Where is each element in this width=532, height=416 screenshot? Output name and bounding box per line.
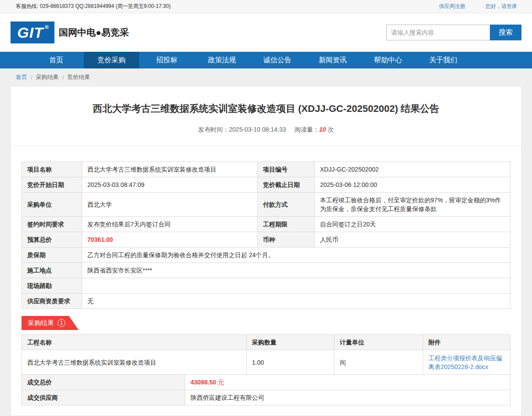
detail-label: 施工地点 (22, 263, 82, 278)
nav-item-integrity-notices[interactable]: 诚信公告 (250, 52, 305, 68)
table-row: 施工地点 陕西省西安市长安区**** (22, 263, 510, 278)
nav-item-help-center[interactable]: 帮助中心 (360, 52, 416, 68)
detail-value: 自合同签订之日20天 (315, 217, 510, 232)
attachment-download-link[interactable]: 工程类分项报价表及响应偏离表20250228-2.docx (428, 355, 502, 370)
table-row: 预算总价 70361.00 币种 人民币 (22, 232, 510, 247)
views-unit: 次 (327, 126, 334, 133)
deal-summary-table: 成交总价 43098.50 元 成交供应商 陕西侨富建设工程有限公司 (22, 374, 510, 405)
detail-label: 项目编号 (258, 162, 315, 177)
nav-item-tenders[interactable]: 招投标 (139, 52, 194, 68)
table-row: 成交供应商 陕西侨富建设工程有限公司 (22, 390, 510, 405)
registered-trademark-icon: ® (45, 24, 49, 30)
deal-total-unit: 元 (218, 379, 224, 386)
detail-value (82, 278, 510, 294)
detail-label: 现场踏勘 (22, 278, 82, 294)
detail-label: 付款方式 (258, 193, 315, 217)
breadcrumb-separator: / (62, 74, 64, 81)
views-label: 阅读量： (295, 126, 319, 133)
table-header-row: 工程名称 采购数量 计量单位 附件 (22, 335, 510, 350)
deal-supplier-label: 成交供应商 (22, 390, 185, 405)
detail-label: 预算总价 (22, 232, 82, 247)
column-header-attachment: 附件 (423, 335, 510, 350)
table-row: 签约时间要求 发布竞价结果后7天内签订合同 工程期限 自合同签订之日20天 (22, 217, 510, 232)
detail-label: 供应商资质要求 (22, 294, 82, 309)
detail-value: 2025-03-06 12:00:00 (315, 177, 510, 193)
detail-value: 本工程竣工验收合格后，付至审定价款的97%，留审定金额的3%作为质保金，质保金支… (315, 193, 510, 217)
column-header-project-name: 工程名称 (22, 335, 247, 350)
table-row: 竞价开始日期 2025-03-03 08:47:09 竞价截止日期 2025-0… (22, 177, 510, 193)
nav-item-news[interactable]: 新闻资讯 (305, 52, 360, 68)
table-row: 供应商资质要求 无 (22, 294, 510, 309)
breadcrumb-home-link[interactable]: 首页 (16, 73, 27, 81)
login-link[interactable]: 您好，请登录 (485, 3, 517, 10)
detail-label: 质保期 (22, 247, 82, 263)
table-row: 采购单位 西北大学 付款方式 本工程竣工验收合格后，付至审定价款的97%，留审定… (22, 193, 510, 217)
detail-value: 陕西省西安市长安区**** (82, 263, 510, 278)
table-row: 项目名称 西北大学考古三维数据系统实训室装修改造项目 项目编号 XDJJ-GC-… (22, 162, 510, 177)
deal-supplier-name: 陕西侨富建设工程有限公司 (185, 390, 510, 405)
nav-item-policies[interactable]: 政策法规 (194, 52, 250, 68)
top-utility-bar: 客服热线: 029-86618373 QQ:2881944994 (周一至周五9… (0, 0, 532, 13)
detail-value: 西北大学考古三维数据系统实训室装修改造项目 (82, 162, 258, 177)
breadcrumb-bidding-results: 竞价结果 (67, 73, 90, 81)
topbar-links: 供应商注册 您好，请登录 (439, 3, 517, 10)
project-detail-table: 项目名称 西北大学考古三维数据系统实训室装修改造项目 项目编号 XDJJ-GC-… (22, 161, 510, 309)
supplier-register-link[interactable]: 供应商注册 (439, 3, 465, 10)
detail-value: 西北大学 (82, 193, 258, 217)
page-title: 西北大学考古三维数据系统实训室装修改造项目 (XDJJ-GC-202502002… (22, 102, 510, 115)
detail-value: 无 (82, 294, 510, 309)
deal-total-value: 43098.50 (191, 379, 216, 386)
search-input[interactable] (386, 25, 490, 40)
breadcrumb: 首页 / 采购结果 / 竞价结果 (11, 68, 521, 86)
table-row: 现场踏勘 (22, 278, 510, 294)
purchase-result-tab-label: 采购结果 (28, 319, 54, 327)
result-quantity: 1.00 (247, 350, 334, 375)
site-brand-title: 国网中电●易竞采 (59, 26, 129, 39)
publish-time-label: 发布时间： (198, 126, 229, 133)
search-button[interactable]: 搜索 (490, 25, 521, 40)
divider (11, 145, 521, 146)
detail-value: 乙方对合同工程的质量保修期为验收合格并交付使用之日起 24个月。 (82, 247, 510, 263)
detail-value: XDJJ-GC-202502002 (315, 162, 510, 177)
nav-item-home[interactable]: 首页 (29, 52, 84, 68)
result-count-badge: 1 (58, 319, 65, 327)
column-header-quantity: 采购数量 (247, 335, 334, 350)
detail-value: 发布竞价结果后7天内签订合同 (82, 217, 258, 232)
deal-total-label: 成交总价 (22, 375, 185, 390)
budget-total-value: 70361.00 (82, 232, 258, 247)
page-area: 首页 / 采购结果 / 竞价结果 西北大学考古三维数据系统实训室装修改造项目 (… (0, 68, 532, 416)
article-meta: 发布时间：2025-03-10 08:14:33 阅读量：10 次 (22, 126, 510, 134)
breadcrumb-purchase-results[interactable]: 采购结果 (36, 73, 59, 81)
logo-text: GIT (17, 24, 43, 41)
table-row: 质保期 乙方对合同工程的质量保修期为验收合格并交付使用之日起 24个月。 (22, 247, 510, 263)
views-count: 10 (319, 126, 326, 133)
table-row: 成交总价 43098.50 元 (22, 375, 510, 390)
detail-value: 2025-03-03 08:47:09 (82, 177, 258, 193)
announcement-card: 西北大学考古三维数据系统实训室装修改造项目 (XDJJ-GC-202502002… (11, 86, 521, 416)
hotline-text: 客服热线: 029-86618373 QQ:2881944994 (周一至周五9… (16, 3, 171, 10)
search-bar: 搜索 (386, 25, 521, 40)
result-unit: 间 (334, 350, 423, 375)
nav-item-about-us[interactable]: 关于我们 (416, 52, 471, 68)
detail-label: 竞价开始日期 (22, 177, 82, 193)
site-logo[interactable]: GIT® (11, 22, 54, 43)
purchase-result-table: 工程名称 采购数量 计量单位 附件 西北大学考古三维数据系统实训室装修改造项目 … (22, 334, 510, 375)
publish-time-value: 2025-03-10 08:14:33 (229, 126, 286, 133)
detail-label: 币种 (258, 232, 315, 247)
table-row: 西北大学考古三维数据系统实训室装修改造项目 1.00 间 工程类分项报价表及响应… (22, 350, 510, 375)
detail-label: 项目名称 (22, 162, 82, 177)
detail-label: 竞价截止日期 (258, 177, 315, 193)
detail-value: 人民币 (315, 232, 510, 247)
detail-label: 签约时间要求 (22, 217, 82, 232)
site-header: GIT® 国网中电●易竞采 搜索 (0, 13, 532, 52)
detail-label: 采购单位 (22, 193, 82, 217)
detail-label: 工程期限 (258, 217, 315, 232)
column-header-unit: 计量单位 (334, 335, 423, 350)
breadcrumb-separator: / (31, 74, 32, 81)
purchase-result-tab: 采购结果 1 (22, 316, 79, 330)
result-project-name: 西北大学考古三维数据系统实训室装修改造项目 (22, 350, 247, 375)
nav-item-bidding-purchase[interactable]: 竞价采购 (84, 52, 139, 68)
main-nav: 首页 竞价采购 招投标 政策法规 诚信公告 新闻资讯 帮助中心 关于我们 (0, 52, 532, 68)
